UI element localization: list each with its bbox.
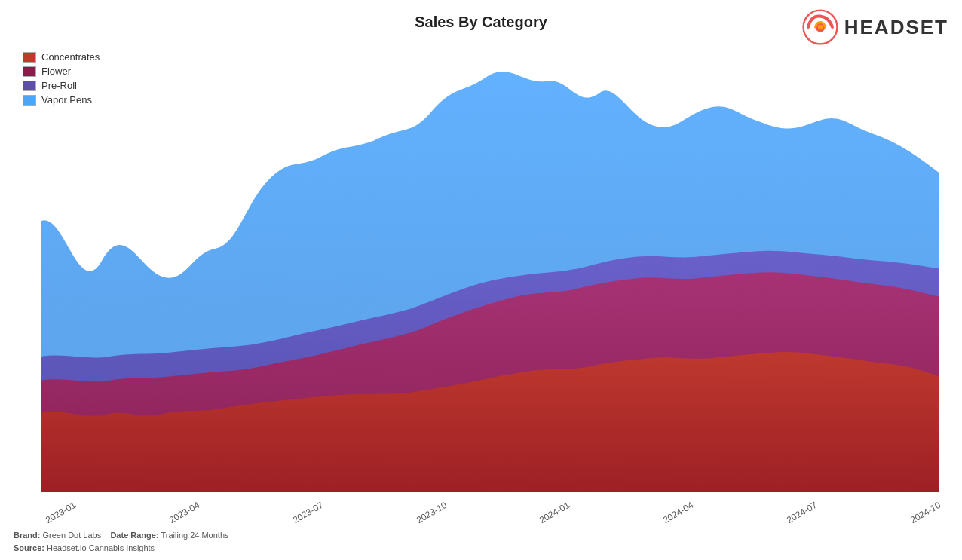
chart-container: HEADSET Sales By Category ConcentratesFl… [0, 0, 962, 560]
headset-logo-icon [802, 9, 838, 45]
x-axis-label: 2024-07 [785, 500, 819, 525]
date-label: Date Range: [110, 531, 158, 540]
chart-area [41, 45, 939, 492]
logo-text: HEADSET [844, 16, 948, 39]
brand-label: Brand: [14, 531, 40, 540]
legend-swatch [23, 66, 36, 77]
chart-svg [41, 45, 939, 492]
headset-logo: HEADSET [802, 9, 948, 45]
legend-swatch [23, 52, 36, 63]
legend-swatch [23, 81, 36, 91]
x-axis-label: 2024-01 [538, 500, 571, 525]
x-axis-label: 2023-07 [291, 500, 325, 525]
source-label: Source: [14, 543, 44, 552]
x-axis: 2023-012023-042023-072023-102024-012024-… [41, 508, 939, 519]
svg-point-2 [818, 25, 823, 29]
brand-value: Green Dot Labs [43, 531, 102, 540]
x-axis-label: 2023-10 [414, 500, 448, 525]
date-value: Trailing 24 Months [161, 531, 228, 540]
footer-info: Brand: Green Dot Labs Date Range: Traili… [14, 529, 229, 554]
x-axis-label: 2024-10 [908, 500, 942, 525]
x-axis-label: 2023-01 [44, 500, 78, 525]
x-axis-label: 2023-04 [167, 500, 201, 525]
x-axis-label: 2024-04 [661, 500, 695, 525]
legend-swatch [23, 95, 36, 106]
source-value: Headset.io Cannabis Insights [47, 543, 155, 552]
